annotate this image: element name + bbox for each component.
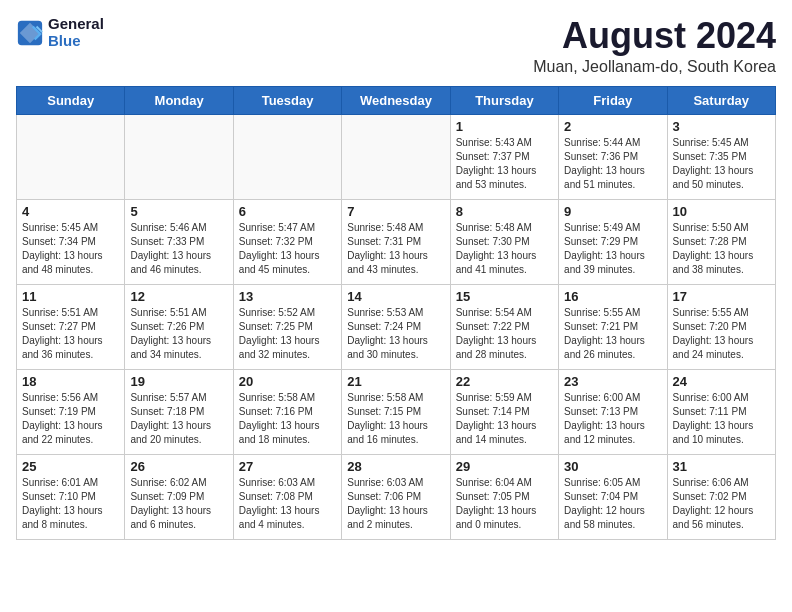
day-info: Sunrise: 5:51 AM Sunset: 7:27 PM Dayligh…	[22, 306, 119, 362]
calendar-day-cell: 8Sunrise: 5:48 AM Sunset: 7:30 PM Daylig…	[450, 199, 558, 284]
calendar-day-cell: 21Sunrise: 5:58 AM Sunset: 7:15 PM Dayli…	[342, 369, 450, 454]
calendar-day-cell: 28Sunrise: 6:03 AM Sunset: 7:06 PM Dayli…	[342, 454, 450, 539]
calendar-day-cell: 24Sunrise: 6:00 AM Sunset: 7:11 PM Dayli…	[667, 369, 775, 454]
day-number: 31	[673, 459, 770, 474]
calendar-day-cell	[17, 114, 125, 199]
day-info: Sunrise: 5:48 AM Sunset: 7:30 PM Dayligh…	[456, 221, 553, 277]
page-header: General Blue August 2024 Muan, Jeollanam…	[16, 16, 776, 76]
day-number: 17	[673, 289, 770, 304]
page-title: August 2024	[533, 16, 776, 56]
day-number: 21	[347, 374, 444, 389]
day-info: Sunrise: 6:06 AM Sunset: 7:02 PM Dayligh…	[673, 476, 770, 532]
day-info: Sunrise: 6:04 AM Sunset: 7:05 PM Dayligh…	[456, 476, 553, 532]
calendar-day-cell: 1Sunrise: 5:43 AM Sunset: 7:37 PM Daylig…	[450, 114, 558, 199]
day-number: 9	[564, 204, 661, 219]
calendar-week-row: 4Sunrise: 5:45 AM Sunset: 7:34 PM Daylig…	[17, 199, 776, 284]
day-number: 26	[130, 459, 227, 474]
day-info: Sunrise: 5:54 AM Sunset: 7:22 PM Dayligh…	[456, 306, 553, 362]
weekday-header: Tuesday	[233, 86, 341, 114]
day-info: Sunrise: 5:48 AM Sunset: 7:31 PM Dayligh…	[347, 221, 444, 277]
weekday-header: Thursday	[450, 86, 558, 114]
calendar-day-cell: 12Sunrise: 5:51 AM Sunset: 7:26 PM Dayli…	[125, 284, 233, 369]
calendar-day-cell: 20Sunrise: 5:58 AM Sunset: 7:16 PM Dayli…	[233, 369, 341, 454]
calendar-day-cell: 29Sunrise: 6:04 AM Sunset: 7:05 PM Dayli…	[450, 454, 558, 539]
day-number: 10	[673, 204, 770, 219]
day-info: Sunrise: 5:45 AM Sunset: 7:34 PM Dayligh…	[22, 221, 119, 277]
title-area: August 2024 Muan, Jeollanam-do, South Ko…	[533, 16, 776, 76]
calendar-week-row: 11Sunrise: 5:51 AM Sunset: 7:27 PM Dayli…	[17, 284, 776, 369]
day-number: 8	[456, 204, 553, 219]
calendar-day-cell: 4Sunrise: 5:45 AM Sunset: 7:34 PM Daylig…	[17, 199, 125, 284]
day-number: 27	[239, 459, 336, 474]
day-info: Sunrise: 5:53 AM Sunset: 7:24 PM Dayligh…	[347, 306, 444, 362]
calendar-day-cell	[233, 114, 341, 199]
day-info: Sunrise: 5:57 AM Sunset: 7:18 PM Dayligh…	[130, 391, 227, 447]
day-info: Sunrise: 6:00 AM Sunset: 7:11 PM Dayligh…	[673, 391, 770, 447]
calendar-day-cell: 16Sunrise: 5:55 AM Sunset: 7:21 PM Dayli…	[559, 284, 667, 369]
calendar-week-row: 25Sunrise: 6:01 AM Sunset: 7:10 PM Dayli…	[17, 454, 776, 539]
day-info: Sunrise: 5:47 AM Sunset: 7:32 PM Dayligh…	[239, 221, 336, 277]
calendar-day-cell: 19Sunrise: 5:57 AM Sunset: 7:18 PM Dayli…	[125, 369, 233, 454]
day-info: Sunrise: 5:58 AM Sunset: 7:15 PM Dayligh…	[347, 391, 444, 447]
day-number: 3	[673, 119, 770, 134]
weekday-header-row: SundayMondayTuesdayWednesdayThursdayFrid…	[17, 86, 776, 114]
weekday-header: Friday	[559, 86, 667, 114]
calendar-day-cell: 3Sunrise: 5:45 AM Sunset: 7:35 PM Daylig…	[667, 114, 775, 199]
page-subtitle: Muan, Jeollanam-do, South Korea	[533, 58, 776, 76]
day-number: 24	[673, 374, 770, 389]
day-info: Sunrise: 5:49 AM Sunset: 7:29 PM Dayligh…	[564, 221, 661, 277]
calendar-day-cell: 6Sunrise: 5:47 AM Sunset: 7:32 PM Daylig…	[233, 199, 341, 284]
logo-text: General Blue	[48, 16, 104, 49]
day-info: Sunrise: 6:02 AM Sunset: 7:09 PM Dayligh…	[130, 476, 227, 532]
day-number: 4	[22, 204, 119, 219]
calendar-day-cell: 10Sunrise: 5:50 AM Sunset: 7:28 PM Dayli…	[667, 199, 775, 284]
calendar-day-cell: 23Sunrise: 6:00 AM Sunset: 7:13 PM Dayli…	[559, 369, 667, 454]
calendar-day-cell: 9Sunrise: 5:49 AM Sunset: 7:29 PM Daylig…	[559, 199, 667, 284]
calendar-day-cell	[342, 114, 450, 199]
calendar-day-cell: 7Sunrise: 5:48 AM Sunset: 7:31 PM Daylig…	[342, 199, 450, 284]
calendar-table: SundayMondayTuesdayWednesdayThursdayFrid…	[16, 86, 776, 540]
weekday-header: Sunday	[17, 86, 125, 114]
day-info: Sunrise: 6:00 AM Sunset: 7:13 PM Dayligh…	[564, 391, 661, 447]
day-number: 22	[456, 374, 553, 389]
day-number: 28	[347, 459, 444, 474]
calendar-day-cell: 15Sunrise: 5:54 AM Sunset: 7:22 PM Dayli…	[450, 284, 558, 369]
day-number: 12	[130, 289, 227, 304]
day-number: 29	[456, 459, 553, 474]
day-info: Sunrise: 5:52 AM Sunset: 7:25 PM Dayligh…	[239, 306, 336, 362]
day-info: Sunrise: 5:44 AM Sunset: 7:36 PM Dayligh…	[564, 136, 661, 192]
weekday-header: Monday	[125, 86, 233, 114]
weekday-header: Saturday	[667, 86, 775, 114]
day-info: Sunrise: 5:59 AM Sunset: 7:14 PM Dayligh…	[456, 391, 553, 447]
day-info: Sunrise: 6:05 AM Sunset: 7:04 PM Dayligh…	[564, 476, 661, 532]
calendar-day-cell: 26Sunrise: 6:02 AM Sunset: 7:09 PM Dayli…	[125, 454, 233, 539]
calendar-day-cell: 11Sunrise: 5:51 AM Sunset: 7:27 PM Dayli…	[17, 284, 125, 369]
day-info: Sunrise: 5:56 AM Sunset: 7:19 PM Dayligh…	[22, 391, 119, 447]
day-info: Sunrise: 5:51 AM Sunset: 7:26 PM Dayligh…	[130, 306, 227, 362]
calendar-day-cell: 13Sunrise: 5:52 AM Sunset: 7:25 PM Dayli…	[233, 284, 341, 369]
day-number: 6	[239, 204, 336, 219]
day-number: 18	[22, 374, 119, 389]
calendar-day-cell: 2Sunrise: 5:44 AM Sunset: 7:36 PM Daylig…	[559, 114, 667, 199]
day-number: 30	[564, 459, 661, 474]
calendar-week-row: 18Sunrise: 5:56 AM Sunset: 7:19 PM Dayli…	[17, 369, 776, 454]
day-info: Sunrise: 5:58 AM Sunset: 7:16 PM Dayligh…	[239, 391, 336, 447]
day-number: 19	[130, 374, 227, 389]
calendar-day-cell	[125, 114, 233, 199]
calendar-day-cell: 27Sunrise: 6:03 AM Sunset: 7:08 PM Dayli…	[233, 454, 341, 539]
day-info: Sunrise: 5:50 AM Sunset: 7:28 PM Dayligh…	[673, 221, 770, 277]
day-info: Sunrise: 5:55 AM Sunset: 7:21 PM Dayligh…	[564, 306, 661, 362]
day-number: 11	[22, 289, 119, 304]
calendar-day-cell: 5Sunrise: 5:46 AM Sunset: 7:33 PM Daylig…	[125, 199, 233, 284]
day-info: Sunrise: 6:03 AM Sunset: 7:06 PM Dayligh…	[347, 476, 444, 532]
day-number: 25	[22, 459, 119, 474]
day-number: 15	[456, 289, 553, 304]
day-number: 13	[239, 289, 336, 304]
calendar-day-cell: 31Sunrise: 6:06 AM Sunset: 7:02 PM Dayli…	[667, 454, 775, 539]
day-info: Sunrise: 5:55 AM Sunset: 7:20 PM Dayligh…	[673, 306, 770, 362]
calendar-day-cell: 30Sunrise: 6:05 AM Sunset: 7:04 PM Dayli…	[559, 454, 667, 539]
day-number: 20	[239, 374, 336, 389]
day-info: Sunrise: 5:43 AM Sunset: 7:37 PM Dayligh…	[456, 136, 553, 192]
calendar-day-cell: 17Sunrise: 5:55 AM Sunset: 7:20 PM Dayli…	[667, 284, 775, 369]
day-number: 7	[347, 204, 444, 219]
